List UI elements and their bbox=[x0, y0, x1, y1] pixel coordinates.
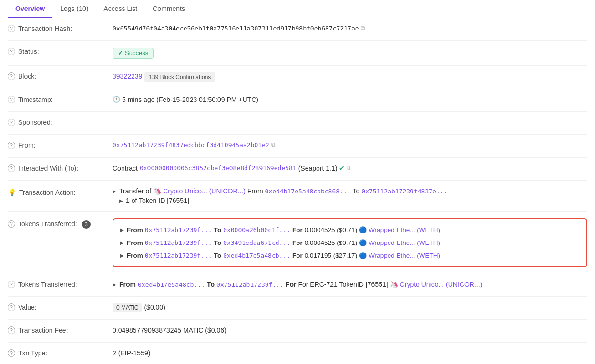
tokens-transferred-highlight-label: ? Tokens Transferred: 3 bbox=[8, 218, 113, 229]
tokens-transferred-highlight-row: ? Tokens Transferred: 3 ▶ From 0x75112ab… bbox=[8, 212, 587, 274]
block-number-link[interactable]: 39322239 bbox=[113, 72, 142, 80]
lightbulb-icon: 💡 bbox=[8, 188, 16, 197]
tx-fee-help-icon[interactable]: ? bbox=[8, 326, 15, 334]
status-help-icon[interactable]: ? bbox=[8, 48, 15, 55]
value-help-icon[interactable]: ? bbox=[8, 303, 15, 311]
tx-action-arrow-icon: ▶ bbox=[113, 189, 116, 194]
block-confirmations-badge: 139 Block Confirmations bbox=[144, 72, 215, 82]
token-transfer-row-1: ▶ From 0x75112ab17239f... To 0x0000a26b0… bbox=[120, 225, 580, 235]
from-copy-icon[interactable]: ⧉ bbox=[271, 142, 276, 148]
tokens-highlight-help-icon[interactable]: ? bbox=[8, 220, 15, 228]
transfer-arrow-1-icon: ▶ bbox=[120, 227, 124, 233]
timestamp-label: ? Timestamp: bbox=[8, 96, 113, 103]
plain-token-id: [76551] bbox=[366, 281, 388, 288]
weth-icon-2: 🔵 bbox=[359, 239, 367, 246]
timestamp-row: ? Timestamp: 🕐 5 mins ago (Feb-15-2023 0… bbox=[8, 89, 587, 112]
tx-action-token-link[interactable]: Crypto Unico... (UNICOR...) bbox=[163, 187, 246, 195]
tx-hash-copy-icon[interactable]: ⧉ bbox=[361, 25, 365, 31]
plain-to-link[interactable]: 0x75112ab17239f... bbox=[216, 281, 284, 288]
status-row: ? Status: Success bbox=[8, 41, 587, 66]
block-value: 39322239 139 Block Confirmations bbox=[113, 72, 587, 82]
tx-hash-label: ? Transaction Hash: bbox=[8, 25, 113, 32]
status-label: ? Status: bbox=[8, 48, 113, 55]
tx-action-row: 💡 Transaction Action: ▶ Transfer of 🦄 Cr… bbox=[8, 181, 587, 212]
plain-token-name-link[interactable]: Crypto Unico... (UNICOR...) bbox=[400, 281, 482, 288]
tokens-count-badge: 3 bbox=[82, 220, 91, 229]
tab-access-list[interactable]: Access List bbox=[96, 0, 145, 18]
from-label: ? From: bbox=[8, 142, 113, 149]
plain-transfer-arrow-icon: ▶ bbox=[113, 282, 116, 287]
plain-from-link[interactable]: 0xed4b17e5a48cb... bbox=[138, 281, 205, 288]
token-transfer-row-2: ▶ From 0x75112ab17239f... To 0x3491edaa6… bbox=[120, 238, 580, 248]
value-label: ? Value: bbox=[8, 303, 113, 311]
tx-fee-row: ? Transaction Fee: 0.04985779093873245 M… bbox=[8, 320, 587, 343]
sponsored-help-icon[interactable]: ? bbox=[8, 119, 15, 126]
status-badge: Success bbox=[113, 48, 154, 59]
transfer-arrow-2-icon: ▶ bbox=[120, 240, 124, 245]
transfer-arrow-3-icon: ▶ bbox=[120, 253, 124, 258]
block-row: ? Block: 39322239 139 Block Confirmation… bbox=[8, 66, 587, 89]
token-transfer-row-3: ▶ From 0x75112ab17239f... To 0xed4b17e5a… bbox=[120, 251, 580, 261]
unicorn-icon-2: 🦄 bbox=[390, 281, 398, 288]
token2-name-link[interactable]: Wrapped Ethe... (WETH) bbox=[369, 239, 440, 246]
tab-comments[interactable]: Comments bbox=[145, 0, 193, 18]
tab-overview[interactable]: Overview bbox=[8, 0, 52, 18]
matic-badge: 0 MATIC bbox=[113, 303, 142, 312]
from-address-link[interactable]: 0x75112ab17239f4837edcbbcf3d410945aa2b01… bbox=[113, 142, 269, 149]
from-help-icon[interactable]: ? bbox=[8, 142, 15, 149]
timestamp-value: 🕐 5 mins ago (Feb-15-2023 01:50:09 PM +U… bbox=[113, 96, 587, 103]
status-value: Success bbox=[113, 48, 587, 59]
txn-type-value: 2 (EIP-1559) bbox=[113, 349, 587, 357]
tx-action-to-link[interactable]: 0x75112ab17239f4837e... bbox=[361, 188, 447, 195]
to-address-link[interactable]: 0x00000000006c3852cbef3e08e8df289169ede5… bbox=[140, 164, 297, 172]
tab-logs[interactable]: Logs (10) bbox=[52, 0, 96, 18]
tx-hash-value: 0x65549d76f04a304ece56eb1f0a77516e11a307… bbox=[113, 25, 587, 32]
unicorn-icon: 🦄 bbox=[153, 187, 161, 195]
tx-action-from-link[interactable]: 0xed4b17e5a48cbbc868... bbox=[265, 188, 351, 195]
weth-icon-3: 🔵 bbox=[359, 252, 367, 259]
tx-fee-value: 0.04985779093873245 MATIC ($0.06) bbox=[113, 326, 587, 334]
weth-icon-1: 🔵 bbox=[359, 226, 367, 233]
token1-name-link[interactable]: Wrapped Ethe... (WETH) bbox=[369, 226, 440, 233]
tab-bar: Overview Logs (10) Access List Comments bbox=[0, 0, 595, 18]
verified-icon: ✔ bbox=[339, 164, 345, 172]
tokens-plain-value: ▶ From 0xed4b17e5a48cb... To 0x75112ab17… bbox=[113, 281, 587, 288]
from-value: 0x75112ab17239f4837edcbbcf3d410945aa2b01… bbox=[113, 142, 587, 149]
tx-action-value: ▶ Transfer of 🦄 Crypto Unico... (UNICOR.… bbox=[113, 187, 587, 204]
token3-from-link[interactable]: 0x75112ab17239f... bbox=[145, 252, 212, 259]
to-help-icon[interactable]: ? bbox=[8, 164, 15, 172]
tokens-transferred-plain-row: ? Tokens Transferred: ▶ From 0xed4b17e5a… bbox=[8, 274, 587, 297]
block-label: ? Block: bbox=[8, 72, 113, 80]
token3-name-link[interactable]: Wrapped Ethe... (WETH) bbox=[369, 252, 440, 259]
tx-action-arrow2-icon: ▶ bbox=[119, 198, 123, 203]
tx-hash-help-icon[interactable]: ? bbox=[8, 25, 15, 32]
clock-icon: 🕐 bbox=[113, 96, 120, 103]
token1-to-link[interactable]: 0x0000a26b00c1f... bbox=[223, 226, 290, 233]
tokens-plain-label: ? Tokens Transferred: bbox=[8, 281, 113, 288]
token2-to-link[interactable]: 0x3491edaa671cd... bbox=[223, 239, 290, 246]
value-row: ? Value: 0 MATIC ($0.00) bbox=[8, 297, 587, 320]
from-row: ? From: 0x75112ab17239f4837edcbbcf3d4109… bbox=[8, 135, 587, 158]
token3-to-link[interactable]: 0xed4b17e5a48cb... bbox=[223, 252, 290, 259]
txn-type-help-icon[interactable]: ? bbox=[8, 349, 15, 357]
token2-from-link[interactable]: 0x75112ab17239f... bbox=[145, 239, 212, 246]
sponsored-label: ? Sponsored: bbox=[8, 119, 113, 126]
tokens-transferred-box: ▶ From 0x75112ab17239f... To 0x0000a26b0… bbox=[113, 218, 587, 267]
timestamp-help-icon[interactable]: ? bbox=[8, 96, 15, 103]
txn-type-row: ? Txn Type: 2 (EIP-1559) bbox=[8, 343, 587, 364]
to-copy-icon[interactable]: ⧉ bbox=[347, 164, 351, 171]
tx-hash-row: ? Transaction Hash: 0x65549d76f04a304ece… bbox=[8, 18, 587, 41]
overview-content: ? Transaction Hash: 0x65549d76f04a304ece… bbox=[0, 18, 595, 364]
sponsored-row: ? Sponsored: bbox=[8, 112, 587, 135]
tokens-plain-help-icon[interactable]: ? bbox=[8, 281, 15, 288]
tx-fee-label: ? Transaction Fee: bbox=[8, 326, 113, 334]
tx-action-label: 💡 Transaction Action: bbox=[8, 187, 113, 197]
block-help-icon[interactable]: ? bbox=[8, 72, 15, 80]
to-value: Contract 0x00000000006c3852cbef3e08e8df2… bbox=[113, 164, 587, 172]
to-label: ? Interacted With (To): bbox=[8, 164, 113, 172]
txn-type-label: ? Txn Type: bbox=[8, 349, 113, 357]
to-row: ? Interacted With (To): Contract 0x00000… bbox=[8, 158, 587, 181]
token1-from-link[interactable]: 0x75112ab17239f... bbox=[145, 226, 212, 233]
value-value: 0 MATIC ($0.00) bbox=[113, 303, 587, 312]
